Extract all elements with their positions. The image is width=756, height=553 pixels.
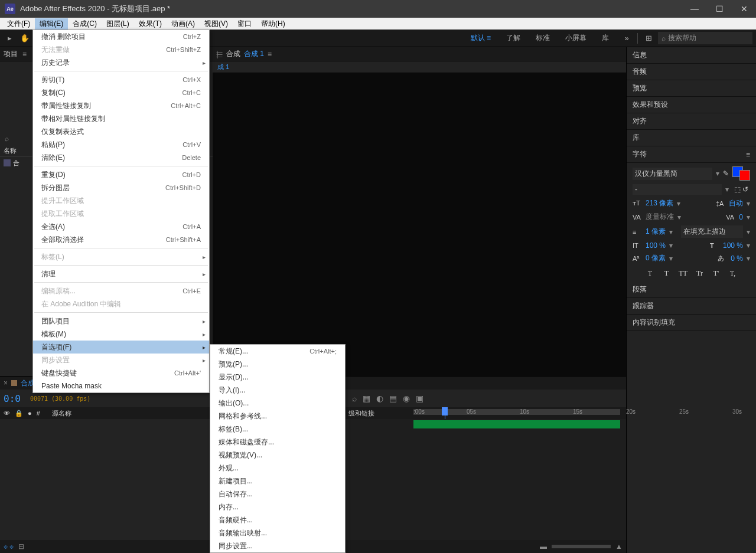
tsume-value[interactable]: 0 % bbox=[731, 254, 743, 263]
hscale-value[interactable]: 100 % bbox=[646, 241, 666, 250]
menu-item[interactable]: 复制(C)Ctrl+C bbox=[33, 86, 209, 99]
maximize-button[interactable]: ☐ bbox=[712, 4, 726, 14]
menu-item[interactable]: 仅复制表达式 bbox=[33, 125, 209, 138]
workspace-tab[interactable]: 库 bbox=[598, 32, 612, 44]
submenu-item[interactable]: 常规(E)...Ctrl+Alt+; bbox=[210, 345, 345, 358]
panel-menu-icon[interactable]: ≡ bbox=[268, 50, 272, 58]
submenu-item[interactable]: 网格和参考线... bbox=[210, 410, 345, 423]
text-style-button[interactable]: Tr bbox=[695, 269, 705, 278]
toggle-switches-icon[interactable]: ⟐ ⟐ bbox=[4, 542, 14, 551]
toggle-modes-icon[interactable]: ⊟ bbox=[18, 542, 24, 551]
font-family-selector[interactable]: 汉仪力量黑简 bbox=[633, 168, 712, 180]
workspace-tab[interactable]: 默认 ≡ bbox=[467, 32, 494, 44]
search-help[interactable]: ⌕ 搜索帮助 bbox=[658, 32, 752, 44]
submenu-item[interactable]: 导入(I)... bbox=[210, 384, 345, 397]
font-size-value[interactable]: 213 像素 bbox=[646, 198, 673, 208]
submenu-item[interactable]: 音频硬件... bbox=[210, 513, 345, 526]
search-icon[interactable]: ⌕ bbox=[5, 135, 9, 143]
menu-item[interactable]: 撤消 删除项目Ctrl+Z bbox=[33, 30, 209, 43]
frame-blend-icon[interactable]: ▤ bbox=[389, 394, 397, 403]
text-style-button[interactable]: T, bbox=[728, 269, 738, 278]
playhead[interactable] bbox=[442, 407, 448, 415]
submenu-item[interactable]: 显示(D)... bbox=[210, 371, 345, 384]
stroke-width-value[interactable]: 1 像素 bbox=[646, 227, 666, 237]
menu-合成(C)[interactable]: 合成(C) bbox=[68, 18, 102, 30]
menu-图层(L)[interactable]: 图层(L) bbox=[102, 18, 134, 30]
vscale-value[interactable]: 100 % bbox=[723, 241, 743, 250]
menu-item[interactable]: 粘贴(P)Ctrl+V bbox=[33, 138, 209, 151]
submenu-item[interactable]: 新建项目... bbox=[210, 475, 345, 487]
zoom-in-icon[interactable]: ▲ bbox=[615, 542, 623, 551]
submenu-item[interactable]: 外观... bbox=[210, 462, 345, 475]
menu-编辑(E)[interactable]: 编辑(E) bbox=[35, 18, 68, 30]
panel-menu-icon[interactable]: ≡ bbox=[746, 150, 750, 159]
text-style-button[interactable]: T bbox=[662, 269, 672, 278]
search-icon[interactable]: ⌕ bbox=[352, 394, 357, 403]
submenu-item[interactable]: 视频预览(V)... bbox=[210, 449, 345, 462]
eyedropper-icon[interactable]: ✎ bbox=[723, 169, 729, 178]
tracking-value[interactable]: 0 bbox=[739, 213, 743, 221]
lock-column-icon[interactable]: 🔒 bbox=[15, 410, 23, 417]
menu-item[interactable]: 首选项(F) bbox=[33, 341, 209, 354]
workspace-tab[interactable]: 了解 bbox=[503, 32, 524, 44]
menu-视图(V)[interactable]: 视图(V) bbox=[200, 18, 233, 30]
current-timecode[interactable]: 0:0 bbox=[4, 393, 21, 404]
menu-效果(T)[interactable]: 效果(T) bbox=[134, 18, 167, 30]
shy-icon[interactable]: ◐ bbox=[376, 394, 383, 403]
selection-tool-icon[interactable]: ▸ bbox=[4, 32, 15, 44]
project-tab[interactable]: 项目 bbox=[4, 49, 18, 59]
submenu-item[interactable]: 预览(P)... bbox=[210, 358, 345, 371]
comp-mini-icon[interactable]: ▦ bbox=[363, 394, 370, 403]
submenu-item[interactable]: 输出(O)... bbox=[210, 397, 345, 410]
text-style-button[interactable]: T bbox=[645, 269, 656, 278]
graph-editor-icon[interactable]: ▣ bbox=[416, 394, 423, 403]
comp-tab-name[interactable]: 合成 1 bbox=[244, 49, 264, 59]
panel-header[interactable]: 音频 bbox=[627, 64, 756, 80]
text-style-button[interactable]: TT bbox=[678, 269, 689, 278]
submenu-item[interactable]: 音频输出映射... bbox=[210, 526, 345, 539]
motion-blur-icon[interactable]: ◉ bbox=[403, 394, 410, 403]
panel-header[interactable]: 效果和预设 bbox=[627, 97, 756, 113]
font-weight-selector[interactable]: - bbox=[633, 184, 722, 195]
submenu-item[interactable]: 标签(B)... bbox=[210, 423, 345, 436]
menu-item[interactable]: 带相对属性链接复制 bbox=[33, 112, 209, 125]
baseline-value[interactable]: 0 像素 bbox=[646, 253, 666, 263]
panel-header[interactable]: 段落 bbox=[627, 282, 756, 298]
menu-item[interactable]: 团队项目 bbox=[33, 315, 209, 328]
menu-文件(F)[interactable]: 文件(F) bbox=[2, 18, 35, 30]
menu-动画(A)[interactable]: 动画(A) bbox=[167, 18, 200, 30]
menu-item[interactable]: 重复(D)Ctrl+D bbox=[33, 168, 209, 181]
menu-item[interactable]: 全部取消选择Ctrl+Shift+A bbox=[33, 233, 209, 246]
leading-value[interactable]: 自动 bbox=[729, 198, 743, 208]
menu-item[interactable]: Paste Mocha mask bbox=[33, 379, 209, 392]
layer-duration-bar[interactable] bbox=[413, 420, 620, 428]
flowchart-icon[interactable]: ⬱ bbox=[216, 50, 223, 58]
panel-header[interactable]: 对齐 bbox=[627, 113, 756, 130]
panel-header[interactable]: 库 bbox=[627, 130, 756, 146]
panel-header[interactable]: 信息 bbox=[627, 47, 756, 64]
workspace-panel-icon[interactable]: ⊞ bbox=[643, 32, 654, 44]
source-name-column[interactable]: 源名称 bbox=[52, 409, 71, 418]
hand-tool-icon[interactable]: ✋ bbox=[19, 32, 31, 44]
workspace-tab[interactable]: 标准 bbox=[532, 32, 553, 44]
zoom-out-icon[interactable]: ▬ bbox=[540, 542, 547, 551]
menu-item[interactable]: 模板(M) bbox=[33, 328, 209, 341]
menu-item[interactable]: 拆分图层Ctrl+Shift+D bbox=[33, 181, 209, 194]
menu-item[interactable]: 历史记录 bbox=[33, 56, 209, 69]
workspace-more-icon[interactable]: » bbox=[621, 32, 633, 44]
panel-menu-icon[interactable]: ≡ bbox=[22, 50, 27, 58]
panel-header[interactable]: 内容识别填充 bbox=[627, 315, 756, 331]
menu-item[interactable]: 清理 bbox=[33, 267, 209, 280]
submenu-item[interactable]: 自动保存... bbox=[210, 487, 345, 500]
breadcrumb-item[interactable]: 成 1 bbox=[217, 63, 229, 71]
minimize-button[interactable]: — bbox=[687, 4, 702, 14]
panel-header[interactable]: 跟踪器 bbox=[627, 298, 756, 315]
menu-窗口[interactable]: 窗口 bbox=[233, 18, 256, 30]
menu-item[interactable]: 剪切(T)Ctrl+X bbox=[33, 73, 209, 86]
fill-stroke-swatch[interactable] bbox=[732, 166, 750, 181]
character-panel-header[interactable]: 字符≡ bbox=[627, 146, 756, 163]
menu-item[interactable]: 键盘快捷键Ctrl+Alt+' bbox=[33, 367, 209, 379]
menu-item[interactable]: 带属性链接复制Ctrl+Alt+C bbox=[33, 99, 209, 112]
menu-帮助(H)[interactable]: 帮助(H) bbox=[256, 18, 290, 30]
workspace-tab[interactable]: 小屏幕 bbox=[562, 32, 590, 44]
